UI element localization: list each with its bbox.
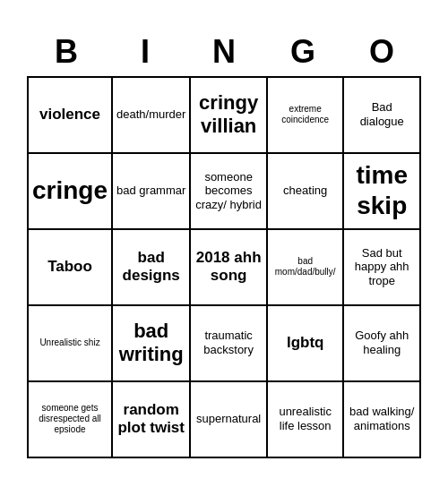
cell-text-18: lgbtq [287,334,324,352]
cell-text-13: bad mom/dad/bully/ [271,256,340,278]
bingo-cell-5[interactable]: cringe [29,154,113,230]
bingo-cell-20[interactable]: someone gets disrespected all epsiode [29,382,113,458]
bingo-cell-24[interactable]: bad walking/ animations [344,382,421,458]
cell-text-19: Goofy ahh healing [348,329,416,356]
bingo-cell-19[interactable]: Goofy ahh healing [344,306,421,382]
cell-text-1: death/murder [116,107,185,122]
cell-text-16: bad writing [116,320,185,367]
cell-text-11: bad designs [116,249,185,286]
cell-text-15: Unrealistic shiz [39,337,99,348]
bingo-cell-4[interactable]: Bad dialogue [344,78,421,154]
bingo-cell-2[interactable]: cringy villian [191,78,268,154]
cell-text-20: someone gets disrespected all epsiode [32,403,108,435]
bingo-cell-12[interactable]: 2018 ahh song [191,230,268,306]
letter-i: I [106,30,185,74]
bingo-cell-0[interactable]: violence [29,78,113,154]
cell-text-6: bad grammar [116,184,185,198]
cell-text-24: bad walking/ animations [348,405,416,432]
cell-text-5: cringe [32,175,108,206]
bingo-cell-7[interactable]: someone becomes crazy/ hybrid [191,154,268,230]
bingo-cell-16[interactable]: bad writing [113,306,191,382]
cell-text-3: extreme coincidence [271,104,340,125]
cell-text-23: unrealistic life lesson [271,405,340,432]
cell-text-9: time skip [348,160,416,220]
cell-text-10: Taboo [47,258,92,276]
letter-o: O [342,30,421,74]
cell-text-7: someone becomes crazy/ hybrid [194,170,263,212]
bingo-cell-13[interactable]: bad mom/dad/bully/ [268,230,345,306]
bingo-cell-23[interactable]: unrealistic life lesson [268,382,345,458]
bingo-card: B I N G O violencedeath/murdercringy vil… [18,21,430,467]
bingo-cell-15[interactable]: Unrealistic shiz [29,306,113,382]
bingo-cell-18[interactable]: lgbtq [268,306,345,382]
bingo-grid: violencedeath/murdercringy villianextrem… [27,76,421,458]
bingo-cell-6[interactable]: bad grammar [113,154,191,230]
cell-text-17: traumatic backstory [194,329,263,356]
cell-text-14: Sad but happy ahh trope [348,246,416,288]
bingo-cell-17[interactable]: traumatic backstory [191,306,268,382]
bingo-cell-8[interactable]: cheating [268,154,345,230]
bingo-cell-1[interactable]: death/murder [113,78,191,154]
bingo-cell-10[interactable]: Taboo [29,230,113,306]
bingo-cell-11[interactable]: bad designs [113,230,191,306]
bingo-cell-3[interactable]: extreme coincidence [268,78,345,154]
letter-g: G [263,30,342,74]
cell-text-22: supernatural [196,412,261,426]
cell-text-2: cringy villian [194,91,263,139]
bingo-cell-21[interactable]: random plot twist [113,382,191,458]
cell-text-0: violence [39,106,100,124]
bingo-cell-9[interactable]: time skip [344,154,421,230]
cell-text-8: cheating [283,184,327,198]
bingo-cell-14[interactable]: Sad but happy ahh trope [344,230,421,306]
cell-text-21: random plot twist [116,401,185,438]
bingo-header: B I N G O [27,30,421,74]
cell-text-12: 2018 ahh song [194,249,263,286]
letter-n: N [185,30,263,74]
cell-text-4: Bad dialogue [348,100,416,128]
letter-b: B [27,30,106,74]
bingo-cell-22[interactable]: supernatural [191,382,268,458]
